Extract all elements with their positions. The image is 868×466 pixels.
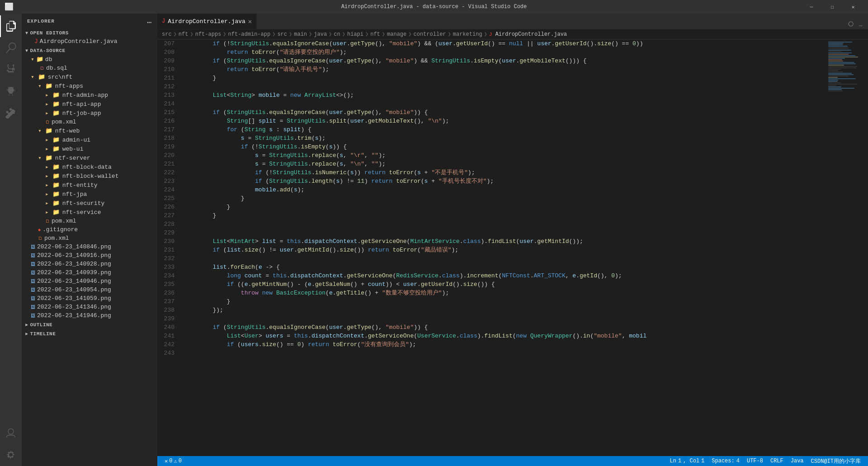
line-content[interactable]: s = StringUtils.trim(s); xyxy=(180,134,827,143)
code-editor[interactable]: 207 if (!StringUtils.equalsIgnoreCase(us… xyxy=(157,39,827,456)
outline-header[interactable]: ► OUTLINE xyxy=(22,321,157,329)
status-spaces[interactable]: Spaces: 4 xyxy=(708,458,743,464)
line-content[interactable]: } xyxy=(180,194,827,203)
status-notification[interactable]: CSDN@IT用的小字库 xyxy=(807,457,864,465)
file-png-4[interactable]: 🖼 2022-06-23_140939.png xyxy=(22,268,157,277)
folder-nft-entity[interactable]: ▸ 📁 nft-entity xyxy=(22,181,157,190)
breadcrumb-java[interactable]: java xyxy=(314,31,327,38)
file-png-1[interactable]: 🖼 2022-06-23_140846.png xyxy=(22,243,157,251)
sidebar-more-button[interactable]: … xyxy=(147,17,152,25)
breadcrumb-nft-admin-app[interactable]: nft-admin-app xyxy=(228,31,271,38)
activity-source-control[interactable] xyxy=(0,59,22,81)
breadcrumb-main[interactable]: main xyxy=(294,31,307,38)
breadcrumb-nft2[interactable]: nft xyxy=(370,31,380,38)
line-content[interactable]: if (StringUtils.equalsIgnoreCase(user.ge… xyxy=(180,57,827,65)
folder-nft-security[interactable]: ▸ 📁 nft-security xyxy=(22,199,157,208)
line-content[interactable]: s = StringUtils.replace(s, "\n", ""); xyxy=(180,160,827,168)
line-content[interactable]: if (users.size() == 0) return toError("没… xyxy=(180,340,827,349)
line-content[interactable]: if (!StringUtils.equalsIgnoreCase(user.g… xyxy=(180,39,827,48)
file-db-sql[interactable]: 🗋 db.sql xyxy=(22,64,157,72)
line-content[interactable]: long count = this.dispatchContext.getSer… xyxy=(180,271,827,280)
close-button[interactable]: ✕ xyxy=(843,0,863,14)
folder-ntf-server[interactable]: ▾ 📁 ntf-server xyxy=(22,153,157,162)
folder-admin-ui[interactable]: ▸ 📁 admin-ui xyxy=(22,135,157,144)
line-content[interactable]: } xyxy=(180,297,827,306)
file-png-5[interactable]: 🖼 2022-06-23_140946.png xyxy=(22,277,157,285)
breadcrumb-hiapi[interactable]: hiapi xyxy=(347,31,363,38)
restore-button[interactable]: ☐ xyxy=(822,0,843,14)
line-content[interactable]: }); xyxy=(180,306,827,314)
file-pom-xml-2[interactable]: 🗋 pom.xml xyxy=(22,217,157,225)
line-content[interactable]: if (list.size() != user.getMintId().size… xyxy=(180,246,827,254)
line-content[interactable]: list.forEach(e -> { xyxy=(180,263,827,271)
breadcrumb-cn[interactable]: cn xyxy=(334,31,340,38)
tab-close-button[interactable]: ✕ xyxy=(248,18,252,25)
folder-nft-web[interactable]: ▾ 📁 nft-web xyxy=(22,126,157,135)
line-content[interactable] xyxy=(180,314,827,323)
line-content[interactable]: mobile.add(s); xyxy=(180,185,827,194)
tab-airdropcontroller[interactable]: J AirdropController.java ✕ xyxy=(157,14,257,29)
status-line-ending[interactable]: CRLF xyxy=(767,458,787,464)
line-content[interactable]: if (!StringUtils.isNumeric(s)) return to… xyxy=(180,168,827,177)
line-content[interactable]: if ((e.getMintNum() - (e.getSaleNum() + … xyxy=(180,280,827,289)
status-errors[interactable]: ✕ 0 ⚠ 0 xyxy=(161,458,185,465)
file-gitignore[interactable]: ◆ .gitignore xyxy=(22,225,157,234)
line-content[interactable]: for (String s : split) { xyxy=(180,125,827,134)
line-content[interactable]: throw new BasicException(e.getTitle() + … xyxy=(180,289,827,297)
line-content[interactable]: if (StringUtils.equalsIgnoreCase(user.ge… xyxy=(180,108,827,117)
open-editors-header[interactable]: ▼ OPEN EDITORS xyxy=(22,29,157,37)
line-content[interactable]: if (!StringUtils.isEmpty(s)) { xyxy=(180,143,827,151)
line-content[interactable]: String[] split = StringUtils.split(user.… xyxy=(180,117,827,125)
activity-search[interactable] xyxy=(0,37,22,59)
folder-nft-admin-app[interactable]: ▸ 📁 nft-admin-app xyxy=(22,90,157,100)
breadcrumb-src[interactable]: src xyxy=(162,31,172,38)
line-content[interactable]: List<MintArt> list = this.dispatchContex… xyxy=(180,237,827,246)
folder-nft-service[interactable]: ▸ 📁 nft-service xyxy=(22,208,157,217)
breadcrumb-manage[interactable]: manage xyxy=(387,31,406,38)
folder-nft-api-app[interactable]: ▸ 📁 nft-api-app xyxy=(22,100,157,109)
folder-db[interactable]: ▾ 📁 db xyxy=(22,55,157,64)
line-content[interactable]: List<User> users = this.dispatchContext.… xyxy=(180,332,827,340)
split-editor-button[interactable]: ⎔ xyxy=(846,19,855,29)
line-content[interactable]: return toError("请选择要空投的用户"); xyxy=(180,48,827,57)
line-content[interactable] xyxy=(180,100,827,108)
file-png-3[interactable]: 🖼 2022-06-23_140928.png xyxy=(22,260,157,268)
breadcrumb-nft-apps[interactable]: nft-apps xyxy=(195,31,222,38)
line-content[interactable]: return toError("请输入手机号"); xyxy=(180,65,827,74)
folder-src-nft[interactable]: ▾ 📁 src\nft xyxy=(22,72,157,81)
data-source-header[interactable]: ▼ DATA-SOURCE xyxy=(22,47,157,55)
file-png-8[interactable]: 🖼 2022-06-23_141346.png xyxy=(22,303,157,311)
line-content[interactable]: List<String> mobile = new ArrayList<>(); xyxy=(180,91,827,100)
line-content[interactable] xyxy=(180,349,827,357)
folder-nft-apps[interactable]: ▾ 📁 nft-apps xyxy=(22,81,157,90)
file-png-6[interactable]: 🖼 2022-06-23_140954.png xyxy=(22,285,157,294)
breadcrumb-nft[interactable]: nft xyxy=(179,31,189,38)
status-position[interactable]: Ln 1, Col 1 xyxy=(666,458,708,464)
line-content[interactable] xyxy=(180,220,827,228)
line-content[interactable]: } xyxy=(180,203,827,211)
file-pom-xml-1[interactable]: 🗋 pom.xml xyxy=(22,118,157,126)
status-encoding[interactable]: UTF-8 xyxy=(743,458,767,464)
line-content[interactable]: } xyxy=(180,74,827,82)
minimize-button[interactable]: ― xyxy=(801,0,822,14)
folder-nft-block-data[interactable]: ▸ 📁 nft-block-data xyxy=(22,162,157,171)
line-content[interactable] xyxy=(180,254,827,263)
line-content[interactable] xyxy=(180,82,827,91)
file-png-7[interactable]: 🖼 2022-06-23_141059.png xyxy=(22,294,157,303)
breadcrumb-marketing[interactable]: marketing xyxy=(453,31,482,38)
breadcrumb-src2[interactable]: src xyxy=(277,31,287,38)
folder-web-ui[interactable]: ▸ 📁 web-ui xyxy=(22,144,157,153)
status-language[interactable]: Java xyxy=(787,458,807,464)
activity-extensions[interactable] xyxy=(0,102,22,124)
line-content[interactable]: } xyxy=(180,211,827,220)
folder-nft-jpa[interactable]: ▸ 📁 nft-jpa xyxy=(22,190,157,199)
open-file-airdropcontroller[interactable]: J AirdropController.java xyxy=(22,37,157,46)
activity-accounts[interactable] xyxy=(0,423,22,444)
line-content[interactable]: if (StringUtils.equalsIgnoreCase(user.ge… xyxy=(180,323,827,332)
line-content[interactable]: s = StringUtils.replace(s, "\r", ""); xyxy=(180,151,827,160)
folder-nft-block-wallet[interactable]: ▸ 📁 nft-block-wallet xyxy=(22,171,157,181)
activity-settings[interactable] xyxy=(0,444,22,466)
line-content[interactable] xyxy=(180,228,827,237)
folder-nft-job-app[interactable]: ▸ 📁 nft-job-app xyxy=(22,109,157,118)
activity-explorer[interactable] xyxy=(0,15,22,37)
